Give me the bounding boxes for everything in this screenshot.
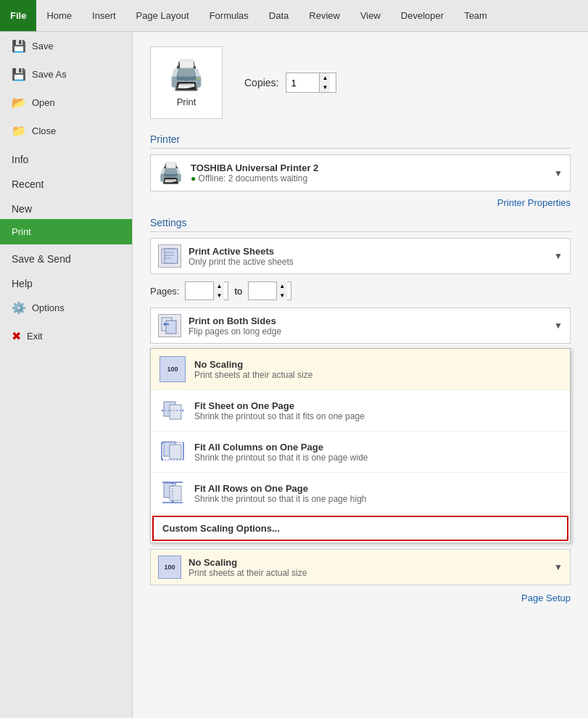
no-scaling-bottom-desc: Print sheets at their actual size — [189, 568, 547, 578]
pages-from-spinner: ▲ ▼ — [213, 281, 224, 300]
save-icon: 💾 — [12, 39, 26, 53]
tab-view[interactable]: View — [350, 0, 391, 31]
sidebar-item-save[interactable]: 💾 Save — [0, 32, 132, 60]
pages-to-decrement[interactable]: ▼ — [277, 291, 287, 300]
no-scaling-bottom-text: No Scaling Print sheets at their actual … — [189, 557, 547, 578]
no-scaling-bottom-title: No Scaling — [189, 557, 547, 568]
printer-properties-link: Printer Properties — [150, 197, 571, 208]
fit-rows-text: Fit All Rows on One Page Shrink the prin… — [194, 483, 561, 504]
no-scaling-bottom-dropdown: ▼ — [554, 562, 563, 572]
fit-columns-icon — [160, 439, 186, 465]
active-sheets-text: Print Active Sheets Only print the activ… — [189, 246, 547, 267]
both-sides-text: Print on Both Sides Flip pages on long e… — [189, 315, 547, 337]
fit-sheet-text: Fit Sheet on One Page Shrink the printou… — [194, 400, 561, 421]
tab-page-layout[interactable]: Page Layout — [126, 0, 199, 31]
fit-columns-text: Fit All Columns on One Page Shrink the p… — [194, 442, 561, 463]
tab-home[interactable]: Home — [36, 0, 82, 31]
pages-from-input[interactable] — [186, 284, 213, 298]
tab-review[interactable]: Review — [299, 0, 350, 31]
fit-sheet-option[interactable]: Fit Sheet on One Page Shrink the printou… — [151, 390, 570, 432]
printer-status: ● Offline: 2 documents waiting — [191, 173, 547, 183]
tab-insert[interactable]: Insert — [82, 0, 126, 31]
pages-to-spinner: ▲ ▼ — [276, 281, 287, 300]
tab-developer[interactable]: Developer — [391, 0, 454, 31]
svg-rect-11 — [170, 445, 181, 459]
pages-to-wrap: ▲ ▼ — [248, 281, 291, 300]
custom-scaling-text: Custom Scaling Options... — [162, 523, 558, 534]
tab-data[interactable]: Data — [259, 0, 299, 31]
print-header: 🖨️ Print Copies: ▲ ▼ — [150, 46, 571, 119]
pages-to-input[interactable] — [249, 284, 276, 298]
main-layout: 💾 Save 💾 Save As 📂 Open 📁 Close Info Rec… — [0, 32, 588, 718]
fit-columns-title: Fit All Columns on One Page — [194, 442, 561, 453]
copies-input-wrap: ▲ ▼ — [286, 73, 336, 93]
printer-info: TOSHIBA Universal Printer 2 ● Offline: 2… — [191, 162, 547, 183]
pages-from-increment[interactable]: ▲ — [214, 281, 224, 291]
save-as-icon: 💾 — [12, 67, 26, 81]
scaling-dropdown-menu: 100 No Scaling Print sheets at their act… — [150, 348, 571, 543]
sidebar-item-save-as[interactable]: 💾 Save As — [0, 60, 132, 88]
sidebar-item-options[interactable]: ⚙️ Options — [0, 294, 132, 322]
no-scaling-option[interactable]: 100 No Scaling Print sheets at their act… — [151, 349, 570, 390]
fit-columns-desc: Shrink the printout so that it is one pa… — [194, 453, 561, 463]
copies-decrement[interactable]: ▼ — [320, 83, 330, 92]
sidebar-item-exit[interactable]: ✖ Exit — [0, 322, 132, 350]
printer-icon: 🖨️ — [168, 58, 204, 92]
no-scaling-icon: 100 — [160, 356, 186, 382]
both-sides-desc: Flip pages on long edge — [189, 326, 547, 337]
sidebar-item-info[interactable]: Info — [0, 145, 132, 170]
active-sheets-icon — [158, 244, 181, 268]
sidebar-item-close[interactable]: 📁 Close — [0, 117, 132, 145]
no-scaling-text: No Scaling Print sheets at their actual … — [194, 359, 561, 380]
sidebar-item-new[interactable]: New — [0, 194, 132, 219]
printer-properties-anchor[interactable]: Printer Properties — [497, 197, 571, 208]
copies-increment[interactable]: ▲ — [320, 73, 330, 83]
print-active-sheets-setting[interactable]: Print Active Sheets Only print the activ… — [150, 238, 571, 274]
menu-bar: File Home Insert Page Layout Formulas Da… — [0, 0, 588, 32]
sidebar-item-save-send[interactable]: Save & Send — [0, 244, 132, 269]
print-label: Print — [177, 96, 196, 107]
fit-columns-option[interactable]: Fit All Columns on One Page Shrink the p… — [151, 432, 570, 473]
svg-rect-17 — [170, 486, 181, 500]
print-both-sides-setting[interactable]: Print on Both Sides Flip pages on long e… — [150, 308, 571, 344]
tab-file[interactable]: File — [0, 0, 36, 31]
both-sides-dropdown: ▼ — [554, 321, 563, 331]
both-sides-title: Print on Both Sides — [189, 315, 547, 326]
pages-label: Pages: — [150, 286, 179, 297]
content-area: 🖨️ Print Copies: ▲ ▼ Printer 🖨️ TOSHIBA … — [133, 32, 588, 718]
printer-name: TOSHIBA Universal Printer 2 — [191, 162, 547, 173]
print-button[interactable]: 🖨️ Print — [150, 46, 223, 119]
pages-from-decrement[interactable]: ▼ — [214, 291, 224, 300]
sidebar-item-print[interactable]: Print — [0, 219, 132, 244]
svg-rect-6 — [166, 321, 176, 334]
no-scaling-title: No Scaling — [194, 359, 561, 370]
pages-to-increment[interactable]: ▲ — [277, 281, 287, 291]
pages-from-wrap: ▲ ▼ — [185, 281, 228, 300]
printer-device-icon: 🖨️ — [158, 161, 183, 185]
sidebar-item-help[interactable]: Help — [0, 269, 132, 294]
close-icon: 📁 — [12, 124, 26, 138]
active-sheets-title: Print Active Sheets — [189, 246, 547, 257]
copies-label: Copies: — [244, 77, 278, 88]
tab-formulas[interactable]: Formulas — [199, 0, 259, 31]
page-setup-anchor[interactable]: Page Setup — [521, 593, 571, 603]
fit-sheet-icon — [160, 397, 186, 424]
fit-rows-title: Fit All Rows on One Page — [194, 483, 561, 494]
tab-team[interactable]: Team — [454, 0, 497, 31]
page-setup-link: Page Setup — [150, 593, 571, 603]
fit-rows-desc: Shrink the printout so that it is one pa… — [194, 494, 561, 504]
exit-icon: ✖ — [12, 329, 21, 343]
pages-row: Pages: ▲ ▼ to ▲ ▼ — [150, 278, 571, 303]
printer-selector[interactable]: 🖨️ TOSHIBA Universal Printer 2 ● Offline… — [150, 154, 571, 191]
fit-sheet-title: Fit Sheet on One Page — [194, 400, 561, 411]
both-sides-icon — [158, 314, 181, 337]
sidebar-item-open[interactable]: 📂 Open — [0, 88, 132, 117]
active-sheets-dropdown: ▼ — [554, 251, 563, 261]
no-scaling-bottom[interactable]: 100 No Scaling Print sheets at their act… — [150, 549, 571, 585]
svg-rect-1 — [165, 249, 178, 263]
fit-rows-option[interactable]: Fit All Rows on One Page Shrink the prin… — [151, 473, 570, 514]
sidebar-item-recent[interactable]: Recent — [0, 170, 132, 194]
no-scaling-desc: Print sheets at their actual size — [194, 370, 561, 380]
custom-scaling-option[interactable]: Custom Scaling Options... — [152, 516, 568, 541]
copies-input[interactable] — [286, 75, 319, 91]
